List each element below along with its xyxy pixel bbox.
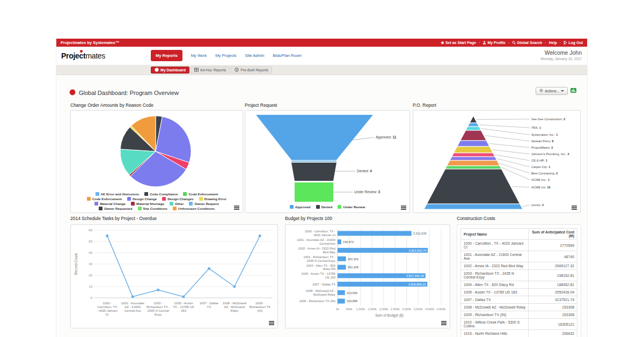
legend-item[interactable]: Owner Request (189, 202, 218, 206)
logo-dot-icon (80, 50, 83, 53)
table-row: 1000 - Carrollton , TX - 4020 Jahvani Ct… (461, 240, 577, 251)
project-name-cell: 1001 - Avondale AZ - 21600 Central Ave (461, 251, 529, 262)
gear-icon (539, 89, 543, 93)
export-menu-icon[interactable] (234, 206, 239, 210)
svg-text:1000 - Carrollton, TX -4020 Ja: 1000 - Carrollton, TX -4020 Jahvan Ct (305, 230, 336, 237)
cost-cell: 188452.81 (529, 281, 577, 289)
svg-text:318,888: 318,888 (347, 299, 357, 303)
legend-label: Approved (295, 205, 311, 209)
topbar-links: Set as Start Page·My Profile·Global Sear… (441, 41, 583, 45)
app-logo[interactable]: Projectmates (61, 52, 105, 60)
separator: · (508, 41, 509, 45)
legend-item[interactable]: Under Review (338, 205, 365, 209)
table-row: 1009 - Richardson TX (IN)153308 (461, 311, 577, 319)
legend-label: Code Enforcement (92, 197, 122, 201)
export-menu-icon[interactable] (269, 321, 274, 325)
legend-item[interactable]: Code Compliance (144, 192, 178, 196)
svg-text:1009 - Richardson TX (IN): 1009 - Richardson TX (IN) (299, 299, 335, 303)
cost-cell: 2969127.32 (529, 262, 577, 270)
star-icon (441, 41, 444, 45)
legend-label: Material Change (100, 202, 126, 206)
legend-label: Code Enforcement (188, 192, 218, 196)
legend-item[interactable]: Code Enforcement (183, 192, 218, 196)
legend-item[interactable]: Material Shortage (131, 202, 164, 206)
legend-item[interactable]: Design Change (127, 197, 157, 201)
panel-title-project-request: Project Request (245, 102, 277, 108)
separator: · (545, 41, 546, 45)
legend-item[interactable]: Approved (290, 205, 311, 209)
topbar-link-global-search[interactable]: Global Search (512, 41, 542, 45)
topbar-link-log-out[interactable]: Log Out (564, 41, 583, 45)
svg-text:363,308: 363,308 (348, 266, 358, 269)
project-name-cell: 1005 - Austin TX - 13785 US 183 (461, 289, 529, 296)
subnav-label: Pre-Built Reports (240, 68, 268, 72)
export-menu-icon[interactable] (441, 321, 447, 325)
subnav-pre-built-reports[interactable]: Pre-Built Reports (231, 67, 272, 74)
nav-bids-plan-room[interactable]: Bids/Plan Room (273, 53, 302, 58)
app-header: Projectmates My ReportsMy WorkMy Project… (56, 47, 587, 65)
subnav-ad-hoc-reports[interactable]: Ad-Hoc Reports (191, 67, 230, 74)
legend-item[interactable]: Design Changes (162, 197, 193, 201)
current-date: Monday, January 16, 2017 (541, 57, 582, 61)
legend-item[interactable]: Other (170, 202, 184, 206)
search-icon (512, 41, 516, 45)
topbar-link-set-as-start-page[interactable]: Set as Start Page (441, 41, 476, 45)
panel-title-po-report: P.O. Report (413, 102, 436, 108)
legend-item[interactable]: Material Change (94, 202, 126, 206)
report-flag-icon[interactable] (570, 86, 576, 96)
svg-text:1005 - Austin TX - 13785US 183: 1005 - Austin TX - 13785US 183 (301, 272, 335, 279)
table-row: 1004 - Allen TX - 820 Stacy Rd188452.81 (461, 281, 577, 289)
cost-cell: 16305121 (529, 319, 577, 330)
nav-site-admin[interactable]: Site Admin (245, 53, 264, 58)
svg-text:Approved: 11: Approved: 11 (376, 135, 397, 140)
svg-text:3,500k: 3,500k (414, 307, 423, 311)
nav-my-reports[interactable]: My Reports (151, 50, 182, 61)
svg-text:500k: 500k (346, 307, 352, 311)
pie-chart (71, 111, 243, 190)
pie-icon (155, 68, 159, 72)
export-menu-icon[interactable] (401, 206, 406, 210)
table-row: 1005 - Austin TX - 13785 US 1832950426.0… (461, 289, 577, 296)
topbar-link-label: Global Search (517, 41, 542, 45)
sub-nav: My DashboardAd-Hoc ReportsPre-Built Repo… (56, 65, 587, 75)
legend-swatch (131, 202, 135, 206)
svg-text:0k: 0k (336, 307, 339, 311)
panel-budget: 0k500k1,000k1,500k2,000k2,500k3,000k3,50… (285, 224, 450, 328)
actions-label: Actions... (545, 89, 559, 93)
legend-swatch (338, 205, 341, 209)
legend-item[interactable]: Owner Requested (99, 207, 133, 210)
legend-item[interactable]: AE Error and Omissions (96, 192, 140, 196)
separator: · (479, 41, 480, 45)
legend-item[interactable]: Denied (316, 205, 333, 209)
panel-po-report: Vee Gee Construction: 2TRA: 1Systemates,… (413, 110, 581, 213)
separator: · (560, 41, 561, 45)
topbar-link-my-profile[interactable]: My Profile (482, 41, 505, 45)
legend-item[interactable]: Site Conditions (138, 207, 167, 210)
legend-swatch (199, 197, 203, 201)
project-name-cell: 1003 - Richardson TX - 2435 N Central Ex… (461, 270, 529, 281)
legend-label: Owner Request (194, 202, 218, 206)
legend-item[interactable]: Drawing Error (199, 197, 226, 201)
table-row: 1001 - Avondale AZ - 21600 Central Ave48… (461, 251, 577, 262)
subnav-my-dashboard[interactable]: My Dashboard (151, 67, 189, 74)
nav-my-projects[interactable]: My Projects (215, 53, 236, 58)
topbar-link-label: Help (549, 41, 557, 45)
svg-text:10: 10 (89, 285, 92, 288)
legend-swatch (127, 197, 131, 201)
project-name-cell: 1007 - Dallas TX (461, 296, 529, 304)
svg-text:1,500k: 1,500k (368, 307, 377, 311)
legend-item[interactable]: Unforeseen Conditions (173, 207, 215, 210)
export-menu-icon[interactable] (572, 206, 577, 210)
dashboard-content: Global Dashboard: Program Overview Actio… (56, 75, 587, 337)
svg-text:Best Contracting: 2: Best Contracting: 2 (531, 172, 558, 175)
legend-label: Drawing Error (204, 197, 226, 201)
legend-swatch (99, 207, 103, 210)
svg-text:1,000k: 1,000k (356, 307, 365, 311)
legend-item[interactable]: Code Enforcement (87, 197, 122, 201)
legend-label: Site Conditions (143, 207, 167, 210)
topbar-link-help[interactable]: Help (549, 41, 557, 45)
actions-button[interactable]: Actions... (536, 87, 568, 95)
panel-title-construction-costs: Construction Costs (457, 216, 495, 221)
nav-my-work[interactable]: My Work (191, 53, 207, 58)
page-title: Global Dashboard: Program Overview (79, 90, 179, 96)
